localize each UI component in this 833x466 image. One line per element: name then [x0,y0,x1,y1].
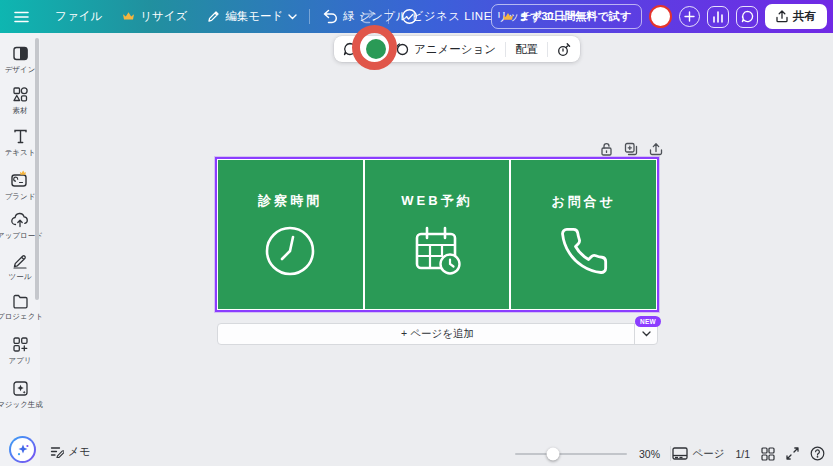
apps-icon [12,336,29,353]
animate-button[interactable]: アニメーション [395,42,496,57]
zoom-slider[interactable] [515,453,627,455]
statusbar-divider [670,446,671,461]
trial-button[interactable]: まず30日間無料で試す [491,4,642,29]
hamburger-menu-button[interactable] [0,0,39,33]
context-toolbar: アニメーション 配置 [334,36,580,62]
insights-chart-icon [712,11,724,23]
background-color-swatch[interactable] [366,39,386,59]
sidebar-item-label: アプリ [8,356,31,366]
crown-icon [122,11,135,22]
position-button[interactable]: 配置 [515,42,538,57]
banner-cell-contact[interactable]: お問合せ [511,160,656,309]
notes-icon [50,446,64,458]
fullscreen-button[interactable] [786,447,799,460]
pages-panel-label: ページ [692,447,724,461]
duplicate-page-button[interactable] [623,141,639,157]
pages-panel-icon [672,447,688,460]
edit-mode-button[interactable]: 編集モード [197,0,307,33]
sidebar-item-design[interactable]: デザイン [0,45,40,75]
sidebar-item-brand[interactable]: ブランド [0,170,40,202]
trial-button-label: まず30日間無料で試す [519,9,631,24]
help-button[interactable] [810,446,825,461]
duplicate-page-icon [624,142,638,156]
calendar-clock-icon [409,224,465,278]
banner-cell-label: WEB予約 [401,192,472,210]
pages-panel-button[interactable]: ページ [672,447,724,461]
banner-cell-hours[interactable]: 診察時間 [218,160,363,309]
sidebar-item-projects[interactable]: プロジェクト [0,294,40,322]
edit-mode-label: 編集モード [225,9,283,24]
banner-cell-label: 診察時間 [258,192,322,210]
comment-button[interactable] [343,42,357,56]
zoom-slider-thumb[interactable] [547,448,560,461]
upload-share-icon [776,10,788,23]
avatar[interactable] [649,5,672,28]
insights-button[interactable] [707,6,729,28]
file-menu-button[interactable]: ファイル [45,0,112,33]
selected-page-frame[interactable]: 診察時間 WEB予約 お問合せ [215,157,659,312]
crown-icon [502,12,514,22]
rich-menu-banner: 診察時間 WEB予約 お問合せ [218,160,656,309]
chevron-down-icon [288,14,297,20]
duration-button[interactable] [557,42,571,57]
notes-button[interactable]: メモ [50,444,91,459]
clock-icon [263,224,317,278]
lock-page-button[interactable] [598,141,614,157]
grid-view-button[interactable] [761,447,775,461]
sidebar-item-label: デザイン [5,65,36,75]
zoom-value: 30% [639,448,660,460]
comments-bubble-icon [741,10,754,23]
banner-cell-label: お問合せ [551,193,616,211]
brand-icon [10,170,31,189]
sidebar-item-elements[interactable]: 素材 [0,86,40,116]
assistant-button-inner [11,438,34,461]
tools-icon [12,253,28,269]
sidebar-item-magic[interactable]: マジック生成 [0,380,40,410]
sidebar-item-uploads[interactable]: アップロード [0,212,40,241]
object-panel-sidebar: デザイン 素材 テキスト ブランド アップロード ツール プロジェクト アプリ [0,33,40,466]
share-button[interactable]: 共有 [765,4,827,29]
hamburger-menu-icon [14,11,29,23]
move-page-button[interactable] [648,141,664,157]
resize-button[interactable]: リサイズ [112,0,197,33]
text-icon [12,128,29,145]
lock-page-icon [600,142,613,156]
assistant-button[interactable] [9,436,36,463]
animate-label: アニメーション [414,42,496,57]
sidebar-item-label: マジック生成 [0,400,43,410]
projects-icon [12,294,29,309]
sidebar-scrollbar[interactable] [35,38,39,300]
resize-label: リサイズ [140,9,187,24]
comment-icon [343,42,357,56]
undo-icon [322,9,339,24]
zoom-area: 30% [515,448,660,460]
sidebar-item-text[interactable]: テキスト [0,128,40,158]
move-page-icon [649,142,663,156]
topbar-right-group: まず30日間無料で試す 共有 [491,0,827,33]
sidebar-item-tools[interactable]: ツール [0,253,40,282]
phone-icon [558,225,610,277]
add-member-button[interactable] [679,6,700,27]
add-page-label: + ページを追加 [401,327,474,341]
sidebar-item-label: ブランド [5,192,36,202]
position-label: 配置 [515,42,538,57]
sidebar-item-label: ツール [9,272,32,282]
duration-timer-icon [557,42,571,57]
sidebar-item-label: テキスト [5,148,36,158]
banner-cell-reservation[interactable]: WEB予約 [365,160,510,309]
share-button-label: 共有 [793,9,816,24]
sidebar-item-label: 素材 [13,106,28,116]
sidebar-item-label: プロジェクト [0,312,43,322]
grid-view-icon [761,447,775,461]
page-controls [598,141,664,157]
pencil-icon [207,10,220,23]
sidebar-item-apps[interactable]: アプリ [0,336,40,366]
add-page-button[interactable]: + ページを追加 [217,323,658,345]
add-page-row: + ページを追加 NEW [217,323,658,345]
add-page-dropdown-button[interactable]: NEW [634,323,658,345]
help-icon [810,446,825,461]
new-badge: NEW [635,316,661,327]
comments-button[interactable] [736,6,758,28]
toolbar-divider [547,42,548,57]
fullscreen-icon [786,447,799,460]
